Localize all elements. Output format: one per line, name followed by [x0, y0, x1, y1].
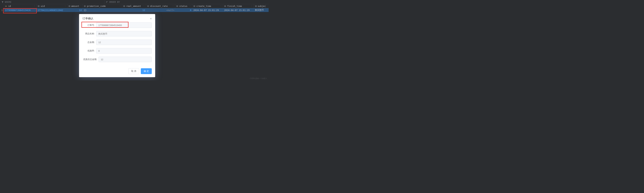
column-label: promotion_code [87, 5, 106, 7]
column-header-finish-time[interactable]: finish_time ⋮ [223, 4, 254, 8]
total-input[interactable] [96, 40, 152, 45]
where-filter[interactable]: WHERE [0, 0, 104, 4]
cell-subject[interactable]: 购买憨币 [254, 8, 266, 12]
form-item-discount: 优惠率: [82, 48, 152, 54]
drag-handle-icon[interactable]: ⋮ [64, 5, 66, 7]
order-no-label: 订单号: [82, 24, 95, 27]
key-icon [5, 5, 8, 7]
orderby-filter[interactable]: ORDER BY [104, 0, 268, 4]
filter-bar: WHERE ORDER BY [0, 0, 268, 4]
svg-rect-11 [124, 5, 124, 7]
column-icon [123, 5, 126, 7]
column-header-uid[interactable]: uid ⋮ [36, 4, 68, 8]
table-body: 1 1776988672684519426 177042212406831104… [0, 8, 268, 12]
drag-handle-icon[interactable]: ⋮ [220, 5, 222, 7]
column-icon [147, 5, 150, 7]
svg-rect-24 [226, 5, 226, 7]
dialog-body: 订单号: 商品名称: 总金额: 优惠率: 优惠后总金额: [79, 22, 155, 67]
column-icon [84, 5, 86, 7]
form-item-final: 优惠后总金额: [82, 57, 152, 62]
column-label: create_time [196, 5, 211, 7]
orderby-label: ORDER BY [109, 1, 120, 3]
column-icon [224, 5, 226, 7]
svg-rect-19 [194, 5, 194, 7]
confirm-button[interactable]: 确 定 [141, 68, 152, 74]
column-icon [193, 5, 196, 7]
close-icon[interactable]: × [150, 17, 152, 20]
form-item-total: 总金额: [82, 40, 152, 45]
column-header-id[interactable]: id ⋮ [4, 4, 36, 8]
discount-input[interactable] [96, 48, 152, 54]
cell-id[interactable]: 1776988672684519426 [4, 8, 36, 12]
cell-promotion-code[interactable]: {} [83, 8, 122, 12]
column-icon [176, 5, 178, 7]
order-confirm-dialog: 订单确认 × 订单号: 商品名称: 总金额: 优惠率: 优惠后总金额: 取 消 … [79, 14, 155, 77]
svg-rect-17 [177, 5, 178, 7]
svg-rect-27 [256, 5, 257, 7]
final-input[interactable] [98, 57, 152, 62]
svg-rect-7 [84, 5, 84, 7]
form-item-product: 商品名称: [82, 31, 152, 36]
column-header-discount-rate[interactable]: discount_rate ⋮ [146, 4, 175, 8]
svg-rect-23 [225, 5, 225, 7]
svg-rect-4 [69, 5, 69, 7]
column-header-real-amount[interactable]: real_amount ⋮ [122, 4, 146, 8]
drag-handle-icon[interactable]: ⋮ [251, 5, 253, 7]
table-row[interactable]: 1 1776988672684519426 177042212406831104… [0, 8, 268, 12]
column-label: id [8, 5, 11, 7]
cell-amount[interactable]: 12 [68, 8, 83, 12]
order-no-input[interactable] [96, 22, 152, 28]
drag-handle-icon[interactable]: ⋮ [80, 5, 82, 7]
cell-finish-time[interactable]: 2024-04-07 15:01:29 [223, 8, 254, 12]
svg-rect-13 [148, 5, 148, 7]
column-header-create-time[interactable]: create_time ⋮ [192, 4, 223, 8]
svg-rect-10 [124, 5, 124, 7]
column-label: real_amount [126, 5, 141, 7]
column-label: subject [258, 5, 266, 7]
svg-rect-6 [70, 5, 70, 7]
where-label: WHERE [5, 1, 12, 3]
watermark: CSDN @做一个体面人 [250, 77, 267, 80]
svg-rect-3 [39, 5, 40, 7]
column-label: uid [41, 5, 45, 7]
svg-rect-8 [85, 5, 85, 7]
cell-create-time[interactable]: 2024-04-07 15:01:29 [192, 8, 223, 12]
column-header-subject[interactable]: subject [254, 4, 266, 8]
cell-real-amount[interactable]: 12 [122, 8, 146, 12]
dialog-footer: 取 消 确 定 [79, 67, 155, 77]
cell-discount-rate[interactable]: <null> [146, 8, 175, 12]
svg-rect-18 [178, 5, 178, 7]
column-header-amount[interactable]: amount ⋮ [68, 4, 83, 8]
cell-status[interactable]: 0 [175, 8, 192, 12]
svg-rect-9 [86, 5, 86, 7]
table-headers: id ⋮ uid ⋮ amount ⋮ promotion_code ⋮ rea… [0, 4, 268, 8]
form-item-order-no: 订单号: [82, 22, 152, 28]
sort-icon [106, 1, 108, 3]
dialog-header: 订单确认 × [79, 14, 155, 22]
svg-rect-21 [195, 5, 195, 7]
final-label: 优惠后总金额: [82, 58, 97, 61]
column-header-status[interactable]: status ⋮ [175, 4, 192, 8]
svg-rect-25 [255, 5, 256, 7]
column-header-promotion-code[interactable]: promotion_code ⋮ [83, 4, 122, 8]
svg-rect-26 [256, 5, 256, 7]
product-input[interactable] [96, 31, 152, 36]
drag-handle-icon[interactable]: ⋮ [189, 5, 191, 7]
column-icon [255, 5, 257, 7]
cell-uid[interactable]: 1770422124068311042 [36, 8, 68, 12]
drag-handle-icon[interactable]: ⋮ [143, 5, 145, 7]
total-label: 总金额: [82, 41, 95, 44]
svg-rect-14 [148, 5, 148, 7]
drag-handle-icon[interactable]: ⋮ [172, 5, 174, 7]
drag-handle-icon[interactable]: ⋮ [119, 5, 121, 7]
dialog-title: 订单确认 [82, 17, 94, 20]
svg-point-0 [6, 6, 6, 6]
row-number: 1 [0, 8, 4, 12]
column-label: status [179, 5, 187, 7]
drag-handle-icon[interactable]: ⋮ [34, 5, 36, 7]
svg-rect-1 [38, 5, 38, 7]
product-label: 商品名称: [82, 32, 95, 35]
cancel-button[interactable]: 取 消 [128, 68, 139, 74]
column-icon [68, 5, 70, 7]
column-label: discount_rate [150, 5, 168, 7]
